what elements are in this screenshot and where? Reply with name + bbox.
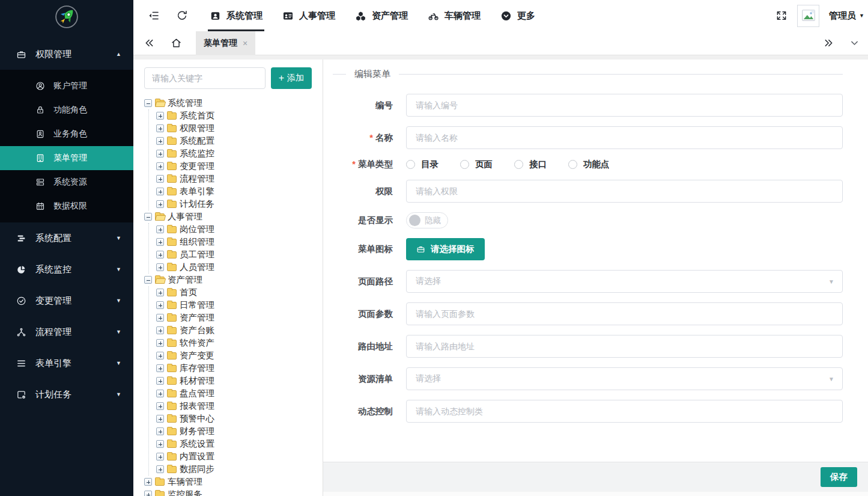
tree-node-label[interactable]: 系统首页 — [180, 110, 214, 121]
refresh-icon[interactable] — [176, 10, 188, 22]
scroll-tabs-left-icon[interactable] — [144, 37, 155, 49]
expand-node-icon[interactable] — [156, 289, 164, 296]
tree-node-label[interactable]: 系统管理 — [168, 97, 202, 109]
tree-node[interactable]: 人事管理 — [144, 210, 312, 223]
tree-node[interactable]: 财务管理 — [156, 425, 312, 438]
expand-node-icon[interactable] — [144, 491, 152, 496]
sidebar-item-account-management[interactable]: 账户管理 — [0, 74, 133, 98]
expand-node-icon[interactable] — [156, 200, 164, 208]
tree-node[interactable]: 软件资产 — [156, 337, 312, 349]
sidebar-item-menu-management[interactable]: 菜单管理 — [0, 146, 133, 170]
tree-node[interactable]: 库存管理 — [156, 362, 312, 375]
tree-node-label[interactable]: 员工管理 — [180, 249, 214, 260]
dynamic-control-input[interactable] — [406, 400, 843, 423]
tree-node[interactable]: 系统设置 — [156, 438, 312, 450]
fullscreen-icon[interactable] — [775, 10, 788, 22]
tree-node[interactable]: 资产管理 — [144, 274, 312, 286]
tree-node[interactable]: 报表管理 — [156, 400, 312, 412]
top-nav-asset-management[interactable]: 资产管理 — [355, 0, 408, 31]
radio-option-功能点[interactable]: 功能点 — [568, 159, 610, 170]
tree-node[interactable]: 数据同步 — [156, 463, 312, 476]
sidebar-section-permission-management[interactable]: 权限管理▲ — [0, 38, 133, 70]
close-icon[interactable]: × — [243, 38, 247, 48]
expand-node-icon[interactable] — [156, 301, 164, 309]
tree-node-label[interactable]: 车辆管理 — [168, 476, 202, 488]
expand-node-icon[interactable] — [156, 377, 164, 385]
tree-node-label[interactable]: 人员管理 — [180, 262, 214, 273]
expand-node-icon[interactable] — [156, 225, 164, 233]
tree-node[interactable]: 资产变更 — [156, 349, 312, 362]
tree-node-label[interactable]: 财务管理 — [180, 426, 214, 437]
expand-node-icon[interactable] — [156, 137, 164, 145]
expand-node-icon[interactable] — [156, 263, 164, 271]
expand-node-icon[interactable] — [156, 364, 164, 372]
tree-node-label[interactable]: 计划任务 — [180, 198, 214, 210]
page-path-select[interactable]: 请选择▼ — [406, 270, 843, 293]
tree-node[interactable]: 耗材管理 — [156, 375, 312, 387]
tree-node-label[interactable]: 系统设置 — [180, 438, 214, 450]
save-button[interactable]: 保存 — [821, 467, 857, 487]
sidebar-item-business-roles[interactable]: 业务角色 — [0, 122, 133, 146]
permission-input[interactable] — [406, 180, 843, 203]
expand-node-icon[interactable] — [156, 162, 164, 170]
tree-node-label[interactable]: 预警中心 — [180, 413, 214, 424]
sidebar-section-process-management[interactable]: 流程管理▼ — [0, 316, 133, 348]
expand-node-icon[interactable] — [156, 188, 164, 195]
tree-node[interactable]: 员工管理 — [156, 248, 312, 261]
tree-node[interactable]: 日常管理 — [156, 299, 312, 311]
tree-node-label[interactable]: 流程管理 — [180, 173, 214, 185]
expand-node-icon[interactable] — [156, 175, 164, 183]
tree-node[interactable]: 系统配置 — [156, 135, 312, 147]
tree-node[interactable]: 盘点管理 — [156, 387, 312, 400]
sidebar-item-function-roles[interactable]: 功能角色 — [0, 98, 133, 122]
expand-node-icon[interactable] — [156, 339, 164, 347]
avatar[interactable] — [797, 5, 819, 27]
expand-node-icon[interactable] — [156, 238, 164, 246]
sidebar-section-form-engine[interactable]: 表单引擎▼ — [0, 348, 133, 379]
route-address-input[interactable] — [406, 335, 843, 358]
sidebar-section-change-management[interactable]: 变更管理▼ — [0, 285, 133, 316]
collapse-node-icon[interactable] — [144, 276, 152, 284]
top-nav-system-management[interactable]: 系统管理 — [210, 0, 263, 31]
tree-node-label[interactable]: 系统配置 — [180, 135, 214, 147]
tree-node-label[interactable]: 库存管理 — [180, 363, 214, 374]
scroll-tabs-right-icon[interactable] — [823, 37, 834, 49]
tree-node-label[interactable]: 盘点管理 — [180, 388, 214, 399]
tree-node[interactable]: 权限管理 — [156, 122, 312, 135]
expand-node-icon[interactable] — [144, 478, 152, 486]
tree-node[interactable]: 资产台账 — [156, 324, 312, 337]
tab-actions-icon[interactable] — [849, 38, 860, 48]
expand-node-icon[interactable] — [156, 440, 164, 448]
tree-node-label[interactable]: 资产管理 — [180, 312, 214, 323]
top-nav-hr-management[interactable]: 人事管理 — [282, 0, 335, 31]
sidebar-section-scheduled-tasks[interactable]: 计划任务▼ — [0, 379, 133, 410]
tree-node-label[interactable]: 日常管理 — [180, 299, 214, 311]
expand-node-icon[interactable] — [156, 251, 164, 259]
tree-node[interactable]: 内置设置 — [156, 450, 312, 463]
tree-node[interactable]: 监控服务 — [144, 488, 312, 496]
expand-node-icon[interactable] — [156, 402, 164, 410]
tree-node[interactable]: 预警中心 — [156, 412, 312, 425]
tree-node-label[interactable]: 耗材管理 — [180, 375, 214, 387]
tree-node[interactable]: 系统首页 — [156, 109, 312, 122]
add-button[interactable]: + 添加 — [271, 67, 312, 89]
tree-node[interactable]: 计划任务 — [156, 198, 312, 210]
top-nav-vehicle-management[interactable]: 车辆管理 — [428, 0, 481, 31]
tree-node-label[interactable]: 报表管理 — [180, 400, 214, 412]
tree-node-label[interactable]: 资产台账 — [180, 325, 214, 336]
tree-node-label[interactable]: 监控服务 — [168, 489, 202, 496]
expand-node-icon[interactable] — [156, 415, 164, 423]
code-input[interactable] — [406, 94, 843, 117]
sidebar-section-system-config[interactable]: 系统配置▼ — [0, 222, 133, 254]
tree-node[interactable]: 组织管理 — [156, 236, 312, 248]
sidebar-item-system-resources[interactable]: 系统资源 — [0, 170, 133, 194]
tree-node-label[interactable]: 组织管理 — [180, 236, 214, 248]
home-tab-icon[interactable] — [171, 37, 182, 49]
tree-node-label[interactable]: 首页 — [180, 287, 197, 298]
radio-option-页面[interactable]: 页面 — [460, 159, 493, 170]
tree-node[interactable]: 首页 — [156, 286, 312, 299]
menu-icon-button[interactable]: 请选择图标 — [406, 238, 485, 260]
tree-node-label[interactable]: 软件资产 — [180, 337, 214, 349]
expand-node-icon[interactable] — [156, 352, 164, 360]
app-logo[interactable] — [0, 0, 133, 34]
